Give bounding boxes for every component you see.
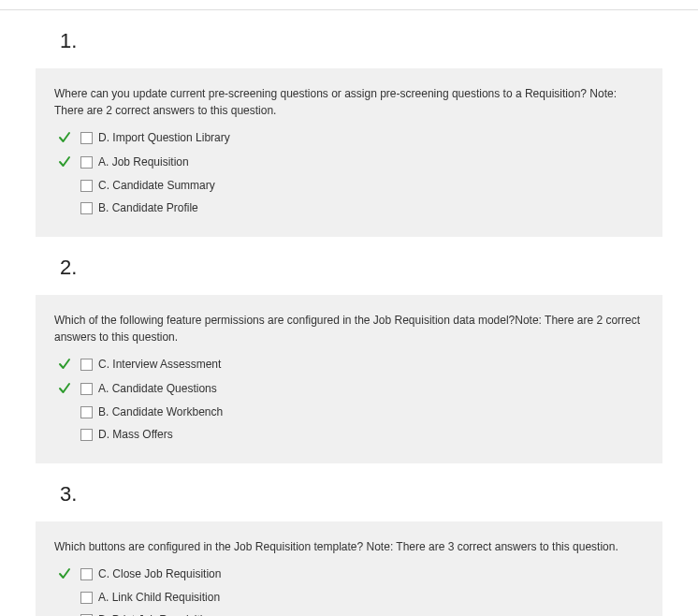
answer-option[interactable]: D. Mass Offers bbox=[54, 428, 644, 441]
answer-option[interactable]: B. Candidate Workbench bbox=[54, 405, 644, 418]
answer-label: B. Candidate Profile bbox=[98, 201, 198, 214]
divider bbox=[0, 9, 698, 10]
answer-option[interactable]: B. Candidate Profile bbox=[54, 201, 644, 214]
answer-label: C. Close Job Requisition bbox=[98, 567, 221, 580]
question-text: Where can you update current pre-screeni… bbox=[54, 85, 644, 119]
answer-label: C. Interview Assessment bbox=[98, 358, 221, 371]
answer-checkbox[interactable] bbox=[80, 359, 93, 371]
correct-check-icon bbox=[54, 357, 75, 372]
question-number: 2. bbox=[60, 256, 662, 280]
answer-checkbox[interactable] bbox=[80, 592, 93, 604]
answer-label: D. Mass Offers bbox=[98, 428, 173, 441]
answer-label: A. Link Child Requisition bbox=[98, 591, 220, 604]
answer-option[interactable]: A. Candidate Questions bbox=[54, 381, 644, 396]
correct-check-icon bbox=[54, 154, 75, 169]
answer-label: C. Candidate Summary bbox=[98, 179, 215, 192]
correct-check-icon bbox=[54, 381, 75, 396]
answer-option[interactable]: D. Import Question Library bbox=[54, 130, 644, 145]
question-card: Where can you update current pre-screeni… bbox=[36, 68, 662, 237]
answer-label: A. Job Requisition bbox=[98, 155, 189, 169]
answer-option[interactable]: A. Link Child Requisition bbox=[54, 591, 644, 604]
answer-checkbox[interactable] bbox=[80, 132, 93, 144]
answer-checkbox[interactable] bbox=[80, 406, 93, 418]
correct-check-icon bbox=[54, 130, 75, 145]
answer-checkbox[interactable] bbox=[80, 202, 93, 214]
answer-option[interactable]: C. Interview Assessment bbox=[54, 357, 644, 372]
question-card: Which buttons are configured in the Job … bbox=[36, 521, 662, 616]
answer-option[interactable]: A. Job Requisition bbox=[54, 154, 644, 169]
answer-checkbox[interactable] bbox=[80, 383, 93, 395]
answer-label: D. Import Question Library bbox=[98, 131, 230, 144]
answer-label: B. Candidate Workbench bbox=[98, 405, 223, 418]
answer-checkbox[interactable] bbox=[80, 568, 93, 580]
question-text: Which of the following feature permissio… bbox=[54, 312, 644, 345]
answer-checkbox[interactable] bbox=[80, 429, 93, 441]
answer-checkbox[interactable] bbox=[80, 156, 93, 169]
correct-check-icon bbox=[54, 566, 75, 581]
answer-list: C. Close Job RequisitionA. Link Child Re… bbox=[54, 566, 644, 616]
answer-option[interactable]: C. Candidate Summary bbox=[54, 179, 644, 192]
answer-list: C. Interview AssessmentA. Candidate Ques… bbox=[54, 357, 644, 441]
question-number: 1. bbox=[60, 29, 662, 53]
question-number: 3. bbox=[60, 482, 662, 506]
question-text: Which buttons are configured in the Job … bbox=[54, 538, 644, 555]
question-card: Which of the following feature permissio… bbox=[36, 295, 662, 463]
answer-option[interactable]: C. Close Job Requisition bbox=[54, 566, 644, 581]
answer-checkbox[interactable] bbox=[80, 180, 93, 192]
answer-list: D. Import Question LibraryA. Job Requisi… bbox=[54, 130, 644, 214]
answer-label: A. Candidate Questions bbox=[98, 382, 217, 395]
